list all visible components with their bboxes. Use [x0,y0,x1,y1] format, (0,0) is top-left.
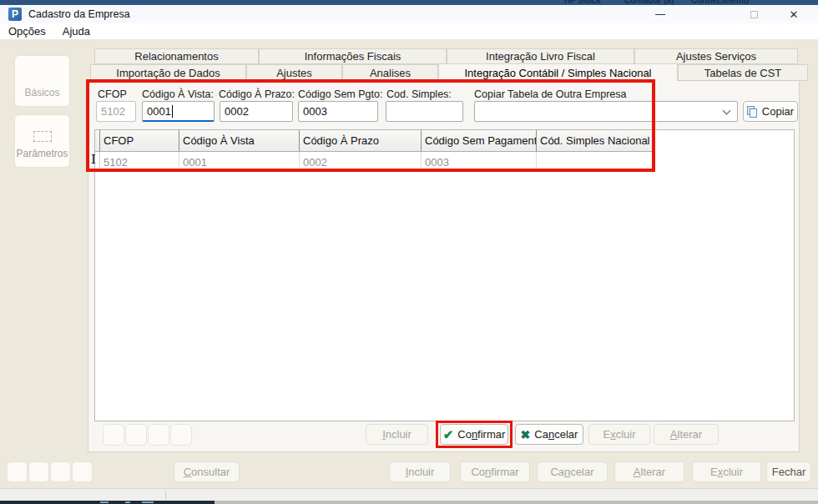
footer-confirmar-button[interactable]: Confirmar [460,461,530,482]
grid-alterar-button[interactable]: Alterar [654,424,719,445]
maximize-button[interactable] [740,5,768,23]
tab-informacoes-fiscais[interactable]: Informações Fiscais [259,48,447,64]
grid-nav-button-4[interactable] [170,424,192,446]
tab-tabelas-de-cst[interactable]: Tabelas de CST [678,64,808,81]
copy-icon [747,106,758,118]
app-icon-letter: P [12,8,18,20]
tab-ajustes-servicos[interactable]: Ajustes Serviços [634,48,798,64]
minimize-button[interactable]: — [646,5,674,23]
grid-cancelar-label: Cancelar [534,428,578,441]
tab-integracao-contabil-simples-nacional[interactable]: Integração Contábil / Simples Nacional [438,63,678,81]
menu-opcoes[interactable]: Opções [0,25,54,38]
fechar-button[interactable]: Fechar [766,461,811,482]
grid-excluir-label: Excluir [603,428,635,441]
footer-cancelar-label: Cancelar [550,466,593,478]
tab-relacionamentos[interactable]: Relacionamentos [94,48,259,64]
tab-ajustes[interactable]: Ajustes [246,64,342,81]
footer-excluir-label: Excluir [710,466,743,478]
footer-excluir-button[interactable]: Excluir [692,461,761,482]
grid-alterar-label: Alterar [670,428,702,441]
sidebar-parametros-label: Parâmetros [16,148,68,159]
footer-nav-button-4[interactable] [72,461,93,482]
close-button[interactable]: ✕ [780,5,808,23]
footer-nav-button-2[interactable] [28,461,49,482]
grid-incluir-button[interactable]: Incluir [366,424,428,445]
sidebar-button-parametros[interactable]: Parâmetros [14,114,70,168]
maximize-icon [750,11,758,18]
status-bar-divider [165,491,166,500]
copiar-button[interactable]: Copiar [743,101,798,122]
grid-nav-button-3[interactable] [148,424,169,446]
window-title: Cadastro da Empresa [28,8,130,20]
grid-nav-button-1[interactable] [103,424,124,446]
sidebar-basicos-label: Básicos [24,87,59,98]
tab-integracao-livro-fiscal[interactable]: Integração Livro Fiscal [447,48,634,64]
cfop-grid: CFOP Código À Vista Código À Prazo Códig… [94,129,795,421]
footer-nav-button-3[interactable] [50,461,71,482]
tab-importacao-de-dados[interactable]: Importação de Dados [90,64,246,81]
footer-incluir-label: Incluir [406,466,435,478]
annotation-box-form [86,79,655,172]
footer-cancelar-button[interactable]: Cancelar [537,461,608,482]
grid-excluir-button[interactable]: Excluir [588,424,650,445]
grid-incluir-label: Incluir [382,428,412,441]
chevron-down-icon [723,107,731,115]
copiar-button-label: Copiar [762,105,794,118]
parametros-icon [33,131,52,142]
sidebar-button-basicos[interactable]: Básicos [14,55,70,107]
app-icon: P [8,8,22,21]
footer-nav-button-1[interactable] [7,461,28,482]
menu-bar: Opções Ajuda [0,23,818,39]
consultar-label: Consultar [184,466,230,478]
cross-icon: ✖ [521,428,531,441]
footer-alterar-button[interactable]: Alterar [614,461,684,482]
menu-ajuda[interactable]: Ajuda [54,25,98,38]
footer-incluir-button[interactable]: Incluir [389,461,451,482]
footer-confirmar-label: Confirmar [471,466,518,478]
fechar-label: Fechar [772,466,805,478]
title-bar: P Cadastro da Empresa — ✕ [0,5,818,23]
annotation-box-confirmar [436,421,513,448]
background-window-bottom-strip [0,501,818,504]
consultar-button[interactable]: Consultar [174,461,240,482]
status-bar [0,488,818,501]
footer-alterar-label: Alterar [634,466,665,478]
tab-analises[interactable]: Analises [342,64,438,81]
grid-nav-button-2[interactable] [125,424,147,446]
application-window: HP Stock Contador (a) Conhecimento P Cad… [0,0,818,504]
grid-cancelar-button[interactable]: ✖ Cancelar [515,424,583,445]
